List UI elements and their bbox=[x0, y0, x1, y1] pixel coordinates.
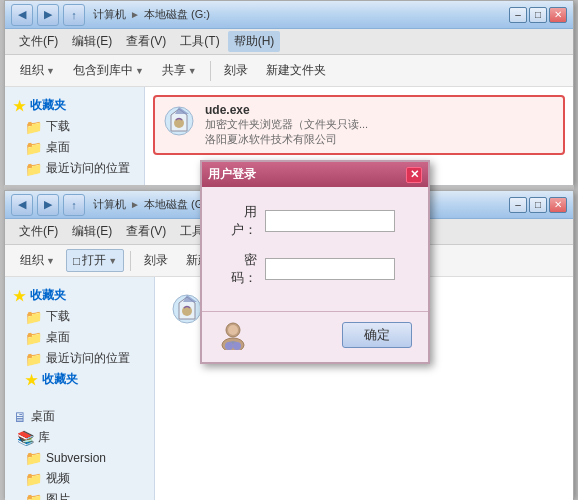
folder-icon-lib: 📚 bbox=[17, 430, 34, 446]
up-button-top[interactable]: ↑ bbox=[63, 4, 85, 26]
share-button-top[interactable]: 共享 ▼ bbox=[155, 59, 204, 82]
sidebar-top: ★ 收藏夹 📁 下载 📁 桌面 📁 最近访问的位置 bbox=[5, 87, 145, 190]
minimize-button-bottom[interactable]: – bbox=[509, 197, 527, 213]
close-button-bottom[interactable]: ✕ bbox=[549, 197, 567, 213]
forward-button-bottom[interactable]: ▶ bbox=[37, 194, 59, 216]
sidebar-video[interactable]: 📁 视频 bbox=[9, 468, 150, 489]
menu-help-top[interactable]: 帮助(H) bbox=[228, 31, 281, 52]
lib-label: 库 bbox=[38, 429, 50, 446]
sidebar-recent[interactable]: 📁 最近访问的位置 bbox=[9, 158, 140, 179]
pic-label: 图片 bbox=[46, 491, 70, 500]
dialog-close-button[interactable]: ✕ bbox=[406, 167, 422, 183]
menu-file-bottom[interactable]: 文件(F) bbox=[13, 221, 64, 242]
file-icon-top bbox=[161, 103, 197, 139]
address-part2: 本地磁盘 (G:) bbox=[144, 7, 210, 22]
folder-icon-download: 📁 bbox=[25, 119, 42, 135]
star-icon: ★ bbox=[13, 98, 26, 114]
folder-icon-desktop: 🖥 bbox=[13, 409, 27, 425]
window-controls-bottom: – □ ✕ bbox=[509, 197, 567, 213]
close-button-top[interactable]: ✕ bbox=[549, 7, 567, 23]
password-input[interactable] bbox=[265, 258, 395, 280]
toolbar-sep1-top bbox=[210, 61, 211, 81]
dialog-footer: 确定 bbox=[202, 311, 428, 362]
title-bar-top: ◀ ▶ ↑ 计算机 ► 本地磁盘 (G:) – □ ✕ bbox=[5, 1, 573, 29]
svg-point-8 bbox=[233, 342, 241, 350]
address-bar-bottom: 计算机 ► 本地磁盘 (G:) bbox=[93, 197, 210, 212]
file-info-top: ude.exe 加密文件夹浏览器（文件夹只读... 洛阳夏冰软件技术有限公司 bbox=[205, 103, 368, 147]
confirm-button[interactable]: 确定 bbox=[342, 322, 412, 348]
menu-view-top[interactable]: 查看(V) bbox=[120, 31, 172, 52]
dl-label: 下载 bbox=[46, 308, 70, 325]
file-item-top[interactable]: ude.exe 加密文件夹浏览器（文件夹只读... 洛阳夏冰软件技术有限公司 bbox=[153, 95, 565, 155]
burn-button-top[interactable]: 刻录 bbox=[217, 59, 255, 82]
sidebar-desktop-fav[interactable]: 📁 桌面 bbox=[9, 137, 140, 158]
sidebar-library[interactable]: 📚 库 bbox=[9, 427, 150, 448]
sidebar-desktop-main[interactable]: 🖥 桌面 bbox=[9, 406, 150, 427]
burn-button-bottom[interactable]: 刻录 bbox=[137, 249, 175, 272]
recent-label: 最近访问的位置 bbox=[46, 160, 130, 177]
file-company-top: 洛阳夏冰软件技术有限公司 bbox=[205, 132, 368, 147]
star-icon2-bottom: ★ bbox=[25, 372, 38, 388]
maximize-button-bottom[interactable]: □ bbox=[529, 197, 547, 213]
new-folder-button-top[interactable]: 新建文件夹 bbox=[259, 59, 333, 82]
organize-button-bottom[interactable]: 组织 ▼ bbox=[13, 249, 62, 272]
up-button-bottom[interactable]: ↑ bbox=[63, 194, 85, 216]
folder-icon-dl: 📁 bbox=[25, 309, 42, 325]
sidebar-favorites2-bottom[interactable]: ★ 收藏夹 bbox=[9, 369, 150, 390]
fav2-label: 收藏夹 bbox=[42, 371, 78, 388]
desktop-section: 🖥 桌面 📚 库 📁 Subversion 📁 视频 📁 图片 bbox=[9, 406, 150, 500]
maximize-button-top[interactable]: □ bbox=[529, 7, 547, 23]
window-controls-top: – □ ✕ bbox=[509, 7, 567, 23]
vid-label: 视频 bbox=[46, 470, 70, 487]
back-button-bottom[interactable]: ◀ bbox=[11, 194, 33, 216]
folder-icon-dt: 📁 bbox=[25, 330, 42, 346]
back-button-top[interactable]: ◀ bbox=[11, 4, 33, 26]
address-part1: 计算机 bbox=[93, 7, 126, 22]
open-button-bottom[interactable]: □ 打开 ▼ bbox=[66, 249, 124, 272]
sidebar-subversion[interactable]: 📁 Subversion bbox=[9, 448, 150, 468]
user-label: 用户： bbox=[222, 203, 257, 239]
folder-icon-recent: 📁 bbox=[25, 161, 42, 177]
rc-label: 最近访问的位置 bbox=[46, 350, 130, 367]
dialog-title-text: 用户登录 bbox=[208, 166, 256, 183]
menu-view-bottom[interactable]: 查看(V) bbox=[120, 221, 172, 242]
sidebar-gap bbox=[9, 398, 150, 406]
toolbar-sep1-bottom bbox=[130, 251, 131, 271]
toolbar-top: 组织 ▼ 包含到库中 ▼ 共享 ▼ 刻录 新建文件夹 bbox=[5, 55, 573, 87]
favorites-label-bottom: 收藏夹 bbox=[30, 287, 66, 304]
menu-tools-top[interactable]: 工具(T) bbox=[174, 31, 225, 52]
sidebar-bottom: ★ 收藏夹 📁 下载 📁 桌面 📁 最近访问的位置 ★ 收藏夹 bbox=[5, 277, 155, 500]
user-input[interactable] bbox=[265, 210, 395, 232]
favorites-label: 收藏夹 bbox=[30, 97, 66, 114]
download-label: 下载 bbox=[46, 118, 70, 135]
favorites-section-bottom: ★ 收藏夹 📁 下载 📁 桌面 📁 最近访问的位置 ★ 收藏夹 bbox=[9, 285, 150, 390]
favorites-section: ★ 收藏夹 📁 下载 📁 桌面 📁 最近访问的位置 bbox=[9, 95, 140, 179]
menu-bar-top: 文件(F) 编辑(E) 查看(V) 工具(T) 帮助(H) bbox=[5, 29, 573, 55]
sidebar-desktop-bottom[interactable]: 📁 桌面 bbox=[9, 327, 150, 348]
folder-icon-vid: 📁 bbox=[25, 471, 42, 487]
sidebar-pictures[interactable]: 📁 图片 bbox=[9, 489, 150, 500]
desktop-fav-label: 桌面 bbox=[46, 139, 70, 156]
svg-point-6 bbox=[228, 325, 238, 335]
file-desc-top: 加密文件夹浏览器（文件夹只读... bbox=[205, 117, 368, 132]
minimize-button-top[interactable]: – bbox=[509, 7, 527, 23]
dialog-body: 用户： 密码： bbox=[202, 187, 428, 311]
sidebar-favorites[interactable]: ★ 收藏夹 bbox=[9, 95, 140, 116]
login-dialog: 用户登录 ✕ 用户： 密码： 确定 bbox=[200, 160, 430, 364]
svg-point-7 bbox=[225, 342, 233, 350]
sidebar-favorites-bottom[interactable]: ★ 收藏夹 bbox=[9, 285, 150, 306]
organize-button-top[interactable]: 组织 ▼ bbox=[13, 59, 62, 82]
menu-edit-top[interactable]: 编辑(E) bbox=[66, 31, 118, 52]
file-name-top: ude.exe bbox=[205, 103, 368, 117]
password-label: 密码： bbox=[222, 251, 257, 287]
include-library-button-top[interactable]: 包含到库中 ▼ bbox=[66, 59, 151, 82]
title-bar-nav-top: ◀ ▶ ↑ bbox=[11, 4, 85, 26]
sidebar-download[interactable]: 📁 下载 bbox=[9, 116, 140, 137]
menu-edit-bottom[interactable]: 编辑(E) bbox=[66, 221, 118, 242]
forward-button-top[interactable]: ▶ bbox=[37, 4, 59, 26]
explorer-window-top: ◀ ▶ ↑ 计算机 ► 本地磁盘 (G:) – □ ✕ 文件(F) 编辑(E) … bbox=[4, 0, 574, 185]
sidebar-recent-bottom[interactable]: 📁 最近访问的位置 bbox=[9, 348, 150, 369]
sidebar-download-bottom[interactable]: 📁 下载 bbox=[9, 306, 150, 327]
folder-icon-sv: 📁 bbox=[25, 450, 42, 466]
menu-file-top[interactable]: 文件(F) bbox=[13, 31, 64, 52]
